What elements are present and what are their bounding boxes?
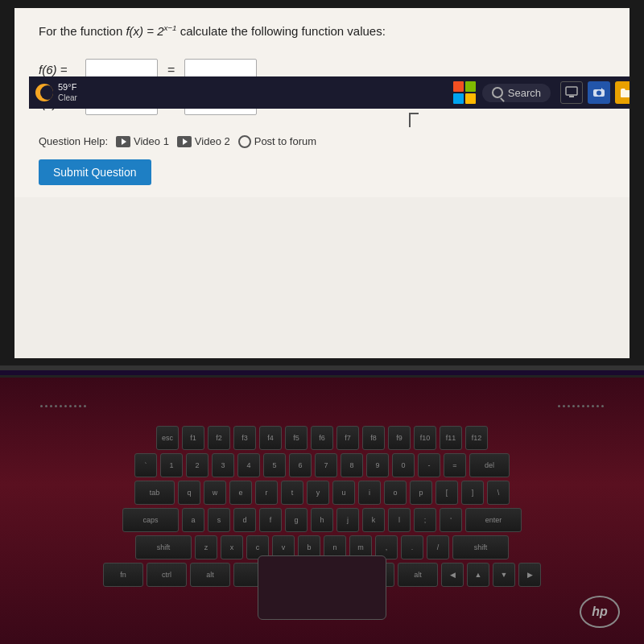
- trackpad[interactable]: [258, 555, 386, 620]
- key-y[interactable]: y: [307, 481, 329, 505]
- key-tab[interactable]: tab: [134, 481, 175, 505]
- key-f5[interactable]: f5: [285, 426, 308, 450]
- key-equals[interactable]: =: [444, 453, 466, 477]
- key-shift-r[interactable]: shift: [452, 535, 509, 559]
- folder-svg: [620, 86, 630, 99]
- screen: For the function f(x) = 2x−1 calculate t…: [14, 8, 630, 358]
- key-caps[interactable]: caps: [122, 508, 179, 532]
- win-square-yellow: [465, 93, 476, 104]
- key-6[interactable]: 6: [289, 453, 312, 477]
- desktop-svg: [565, 86, 578, 99]
- key-up[interactable]: ▲: [467, 563, 489, 587]
- svg-point-3: [597, 91, 601, 96]
- keyboard-row-1: esc f1 f2 f3 f4 f5 f6 f7 f8 f9 f10 f11 f…: [64, 426, 580, 450]
- svg-rect-0: [566, 87, 577, 95]
- key-down[interactable]: ▼: [493, 563, 515, 587]
- key-9[interactable]: 9: [366, 453, 389, 477]
- key-q[interactable]: q: [178, 481, 200, 505]
- video1-label: Video 1: [134, 135, 169, 147]
- laptop-bottom: esc f1 f2 f3 f4 f5 f6 f7 f8 f9 f10 f11 f…: [0, 375, 644, 644]
- key-j[interactable]: j: [336, 508, 359, 532]
- key-h[interactable]: h: [311, 508, 333, 532]
- submit-question-button[interactable]: Submit Question: [39, 159, 151, 185]
- weather-desc: Clear: [58, 93, 77, 103]
- key-l[interactable]: l: [388, 508, 411, 532]
- key-rbracket[interactable]: ]: [461, 481, 484, 505]
- key-7[interactable]: 7: [315, 453, 337, 477]
- taskbar-icons: [560, 81, 630, 104]
- file-explorer-icon[interactable]: [615, 81, 630, 104]
- key-backtick[interactable]: `: [134, 453, 157, 477]
- video1-link[interactable]: Video 1: [116, 135, 169, 147]
- f6-label: f(6) =: [39, 63, 79, 76]
- key-5[interactable]: 5: [263, 453, 286, 477]
- taskbar: 59°F Clear Search: [29, 76, 630, 109]
- key-r[interactable]: r: [255, 481, 278, 505]
- key-k[interactable]: k: [362, 508, 385, 532]
- key-quote[interactable]: ': [440, 508, 462, 532]
- video2-link[interactable]: Video 2: [177, 135, 230, 147]
- key-2[interactable]: 2: [186, 453, 208, 477]
- key-f4[interactable]: f4: [259, 426, 282, 450]
- key-f10[interactable]: f10: [414, 426, 436, 450]
- key-period[interactable]: .: [401, 535, 423, 559]
- key-u[interactable]: u: [332, 481, 355, 505]
- keyboard-row-3: tab q w e r t y u i o p [ ] \: [64, 481, 580, 505]
- key-f1[interactable]: f1: [182, 426, 204, 450]
- key-f3[interactable]: f3: [233, 426, 256, 450]
- key-alt[interactable]: alt: [190, 563, 230, 587]
- key-alt-r[interactable]: alt: [398, 563, 438, 587]
- key-8[interactable]: 8: [341, 453, 363, 477]
- key-o[interactable]: o: [384, 481, 407, 505]
- camera-taskbar-icon[interactable]: [588, 81, 610, 104]
- desktop-icon[interactable]: [560, 81, 583, 104]
- key-f7[interactable]: f7: [336, 426, 359, 450]
- key-t[interactable]: t: [281, 481, 303, 505]
- camera-svg: [592, 86, 605, 99]
- key-w[interactable]: w: [204, 481, 226, 505]
- search-icon: [492, 87, 503, 98]
- key-left[interactable]: ◀: [441, 563, 464, 587]
- question-help-label: Question Help:: [39, 135, 108, 147]
- key-1[interactable]: 1: [160, 453, 183, 477]
- key-f9[interactable]: f9: [388, 426, 411, 450]
- video2-play-icon: [177, 136, 192, 147]
- key-f[interactable]: f: [259, 508, 282, 532]
- key-d[interactable]: d: [233, 508, 256, 532]
- key-4[interactable]: 4: [237, 453, 260, 477]
- key-f11[interactable]: f11: [440, 426, 462, 450]
- key-slash[interactable]: /: [427, 535, 449, 559]
- key-f2[interactable]: f2: [208, 426, 230, 450]
- key-f12[interactable]: f12: [465, 426, 488, 450]
- key-f8[interactable]: f8: [362, 426, 385, 450]
- speaker-dot: [40, 405, 43, 407]
- key-s[interactable]: s: [208, 508, 230, 532]
- key-minus[interactable]: -: [418, 453, 440, 477]
- key-ctrl[interactable]: ctrl: [147, 563, 187, 587]
- key-i[interactable]: i: [358, 481, 381, 505]
- weather-text: 59°F Clear: [58, 82, 77, 102]
- key-g[interactable]: g: [285, 508, 308, 532]
- key-fn[interactable]: fn: [103, 563, 143, 587]
- post-to-forum-link[interactable]: Post to forum: [238, 135, 316, 148]
- win-square-red: [453, 81, 464, 92]
- key-0[interactable]: 0: [392, 453, 415, 477]
- key-lbracket[interactable]: [: [436, 481, 458, 505]
- taskbar-search[interactable]: Search: [482, 84, 551, 102]
- key-a[interactable]: a: [182, 508, 204, 532]
- key-esc[interactable]: esc: [156, 426, 179, 450]
- key-shift-l[interactable]: shift: [135, 535, 192, 559]
- windows-start-button[interactable]: [453, 81, 476, 104]
- key-x[interactable]: x: [221, 535, 243, 559]
- key-enter[interactable]: enter: [465, 508, 522, 532]
- key-3[interactable]: 3: [212, 453, 234, 477]
- question-help-bar: Question Help: Video 1 Video 2 Post to f…: [39, 135, 605, 148]
- key-backspace[interactable]: del: [469, 453, 510, 477]
- key-e[interactable]: e: [229, 481, 252, 505]
- key-f6[interactable]: f6: [311, 426, 333, 450]
- key-p[interactable]: p: [410, 481, 432, 505]
- key-backslash[interactable]: \: [487, 481, 510, 505]
- key-right[interactable]: ▶: [518, 563, 541, 587]
- key-semicolon[interactable]: ;: [414, 508, 436, 532]
- key-z[interactable]: z: [195, 535, 217, 559]
